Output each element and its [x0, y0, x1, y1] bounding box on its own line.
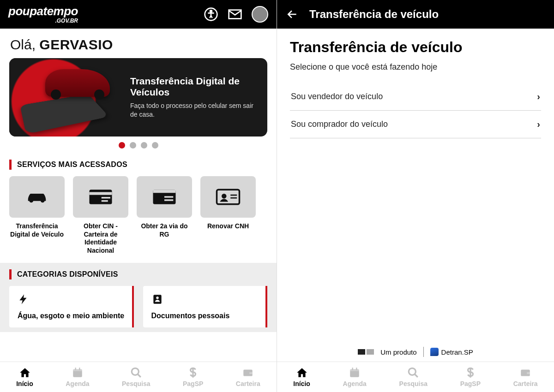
category-label: Documentos pessoais: [151, 312, 259, 320]
services-header: SERVIÇOS MAIS ACESSADOS: [0, 156, 277, 176]
nav-label: Carteira: [513, 380, 538, 387]
nav-pesquisa[interactable]: Pesquisa: [399, 367, 428, 387]
separator: [423, 347, 424, 357]
mail-icon[interactable]: [228, 7, 242, 22]
svg-rect-26: [356, 368, 357, 370]
nav-pagsp[interactable]: PagSP: [183, 367, 203, 387]
topbar-title: Transferência de veículo: [309, 8, 439, 21]
svg-point-1: [210, 10, 212, 12]
bottom-nav-right: Início Agenda Pesquisa PagSP Carteira: [277, 362, 554, 392]
detran-logo: Detran.SP: [430, 348, 473, 356]
topbar: poupatempo .GOV.BR: [0, 0, 277, 29]
detran-label: Detran.SP: [441, 348, 473, 356]
svg-rect-3: [90, 192, 112, 195]
license-icon: [215, 187, 241, 207]
bolt-icon: [18, 293, 30, 305]
option-label: Sou comprador do veículo: [291, 119, 388, 129]
dollar-icon: [464, 367, 476, 379]
nav-label: PagSP: [460, 380, 481, 387]
svg-rect-22: [249, 372, 253, 374]
svg-rect-24: [350, 369, 359, 371]
logo-sub: .GOV.BR: [8, 18, 78, 24]
categories-title: CATEGORIAS DISPONÍVEIS: [17, 270, 118, 279]
svg-rect-18: [75, 368, 76, 370]
service-cnh[interactable]: Renovar CNH: [200, 176, 256, 255]
service-label: Obter 2a via do RG: [137, 222, 192, 238]
sp-logo-icon: [358, 349, 374, 355]
carousel-dot-1[interactable]: [119, 142, 125, 148]
nav-label: Agenda: [343, 380, 367, 387]
back-button[interactable]: [285, 7, 299, 21]
service-cin[interactable]: Obter CIN - Carteira de Identidade Nacio…: [73, 176, 128, 255]
bottom-nav-left: Início Agenda Pesquisa PagSP Carteira: [0, 362, 277, 392]
transfer-screen: Transferência de veículo Transferência d…: [277, 0, 554, 392]
wallet-icon: [242, 367, 254, 379]
services-row: Transferência Digital de Veículo Obter C…: [0, 176, 277, 263]
svg-rect-9: [164, 199, 173, 201]
service-rg[interactable]: Obter 2a via do RG: [137, 176, 192, 255]
promo-card[interactable]: Transferência Digital de Veículos Faça t…: [9, 58, 267, 137]
option-comprador[interactable]: Sou comprador do veículo ›: [290, 111, 541, 138]
page-subtitle: Selecione o que você está fazendo hoje: [290, 62, 541, 72]
greeting-prefix: Olá,: [10, 37, 39, 52]
chevron-right-icon: ›: [537, 91, 540, 102]
topbar-actions: [204, 6, 268, 23]
wallet-icon: [519, 367, 531, 379]
home-icon: [296, 367, 308, 379]
service-transferencia[interactable]: Transferência Digital de Veículo: [9, 176, 65, 255]
category-documentos[interactable]: Documentos pessoais: [143, 286, 268, 327]
chevron-right-icon: ›: [537, 119, 540, 130]
promo-text: Transferência Digital de Veículos Faça t…: [120, 76, 267, 119]
carousel-dot-3[interactable]: [141, 142, 147, 148]
category-agua[interactable]: Água, esgoto e meio ambiente: [9, 286, 134, 327]
nav-agenda[interactable]: Agenda: [66, 367, 89, 387]
user-name: GERVASIO: [39, 37, 113, 52]
person-doc-icon: [151, 293, 163, 305]
svg-rect-19: [79, 368, 80, 370]
svg-rect-5: [102, 200, 108, 202]
home-icon: [19, 367, 31, 379]
categories-section: CATEGORIAS DISPONÍVEIS Água, esgoto e me…: [0, 263, 277, 332]
nav-inicio[interactable]: Início: [293, 367, 310, 387]
nav-label: Início: [293, 380, 310, 387]
nav-pagsp[interactable]: PagSP: [460, 367, 481, 387]
nav-carteira[interactable]: Carteira: [513, 367, 538, 387]
carousel-dots: [0, 142, 277, 148]
nav-inicio[interactable]: Início: [16, 367, 33, 387]
svg-rect-7: [153, 190, 176, 193]
search-icon: [130, 367, 142, 379]
search-icon: [407, 367, 419, 379]
nav-label: PagSP: [183, 380, 203, 387]
carousel-dot-4[interactable]: [152, 142, 158, 148]
id-card-alt-icon: [151, 187, 177, 207]
transfer-body: Transferência de veículo Selecione o que…: [277, 29, 554, 148]
option-vendedor[interactable]: Sou vendedor do veículo ›: [290, 83, 541, 111]
svg-rect-10: [217, 190, 240, 204]
accessibility-icon[interactable]: [204, 7, 218, 22]
svg-rect-4: [102, 197, 110, 199]
nav-label: Carteira: [236, 380, 260, 387]
accent-bar-icon: [9, 269, 12, 279]
footer-text: Um produto: [380, 348, 416, 356]
promo-title: Transferência Digital de Veículos: [130, 76, 257, 98]
calendar-icon: [72, 367, 84, 379]
carousel-dot-2[interactable]: [130, 142, 136, 148]
svg-rect-14: [153, 295, 161, 304]
accent-bar-icon: [9, 160, 12, 170]
promo-image: [9, 58, 120, 137]
service-label: Renovar CNH: [200, 222, 256, 231]
greeting: Olá, GERVASIO: [0, 29, 277, 58]
nav-carteira[interactable]: Carteira: [236, 367, 260, 387]
svg-point-20: [132, 368, 138, 375]
logo-main: poupatempo: [8, 5, 78, 17]
service-label: Obter CIN - Carteira de Identidade Nacio…: [73, 222, 128, 255]
page-heading: Transferência de veículo: [290, 39, 541, 56]
car-icon: [24, 187, 50, 207]
svg-rect-13: [230, 197, 237, 199]
category-label: Água, esgoto e meio ambiente: [18, 312, 126, 320]
nav-pesquisa[interactable]: Pesquisa: [122, 367, 150, 387]
avatar[interactable]: [252, 6, 268, 23]
svg-rect-25: [352, 368, 353, 370]
nav-agenda[interactable]: Agenda: [343, 367, 367, 387]
service-label: Transferência Digital de Veículo: [9, 222, 65, 238]
